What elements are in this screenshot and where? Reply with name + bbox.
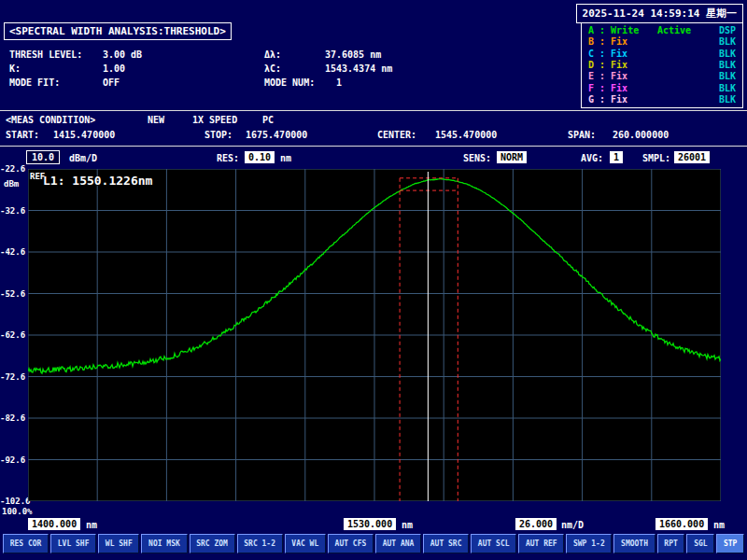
meas-mode-value: NEW: [148, 115, 164, 125]
center-value: 1545.470000: [435, 130, 497, 140]
mode-num-label: MODE NUM:: [264, 77, 315, 88]
trace-row-c[interactable]: C : FixBLK: [588, 49, 736, 60]
trace-name-mode: B : Fix: [588, 36, 657, 48]
trace-display-status: BLK: [719, 49, 736, 60]
softkey-src-zom[interactable]: SRC ZOM: [190, 534, 235, 553]
smpl-label: SMPL:: [642, 153, 670, 163]
x-axis-stop-unit: nm: [713, 520, 725, 530]
k-value: 1.00: [103, 63, 125, 74]
softkey-sgl[interactable]: SGL: [686, 534, 714, 553]
y-tick-label: -82.6: [0, 413, 25, 423]
smpl-field[interactable]: 26001: [674, 151, 710, 163]
trace-row-b[interactable]: B : FixBLK: [588, 36, 736, 48]
softkey-noi-msk[interactable]: NOI MSK: [141, 534, 187, 553]
trace-display-status: BLK: [719, 71, 736, 82]
trace-display-status: BLK: [719, 36, 736, 48]
trace-row-e[interactable]: E : FixBLK: [588, 71, 736, 82]
y-axis-unit-label: dBm: [4, 179, 19, 189]
osa-screen: 2025-11-24 14:59:14 星期一 <SPECTRAL WIDTH …: [0, 0, 747, 560]
mode-num-value: 1: [336, 77, 342, 88]
avg-field[interactable]: 1: [610, 151, 623, 163]
trace-active-flag: [657, 36, 706, 48]
y-tick-label: -102.6: [0, 497, 25, 506]
thresh-level-label: THRESH LEVEL:: [9, 49, 82, 60]
x-axis-stop-field[interactable]: 1660.000: [655, 518, 708, 530]
softkey-aut-cfs[interactable]: AUT CFS: [328, 534, 374, 553]
y-tick-label: -72.6: [0, 372, 25, 382]
trace-name-mode: E : Fix: [588, 71, 657, 82]
separator-line-mid: [0, 146, 747, 147]
softkey-aut-src[interactable]: AUT SRC: [423, 534, 469, 553]
trace-row-a[interactable]: A : WriteActiveDSP: [588, 25, 736, 36]
trace-active-flag: [657, 71, 706, 82]
center-label: CENTER:: [377, 130, 416, 140]
softkey-res-cor[interactable]: RES COR: [3, 534, 49, 553]
y-tick-label: -22.6: [0, 164, 25, 174]
thresh-level-value: 3.00 dB: [103, 49, 142, 60]
softkey-aut-ref[interactable]: AUT REF: [518, 534, 564, 553]
softkey-lvl-shf[interactable]: LVL SHF: [50, 534, 96, 553]
res-label: RES:: [217, 153, 239, 163]
trace-display-status: BLK: [719, 94, 736, 105]
stop-label: STOP:: [204, 130, 233, 140]
trace-row-d[interactable]: D : FixBLK: [588, 60, 736, 71]
softkey-rpt[interactable]: RPT: [657, 534, 685, 553]
y-tick-label: -42.6: [0, 247, 25, 257]
mode-fit-label: MODE FIT:: [9, 77, 60, 88]
span-label: SPAN:: [568, 130, 596, 140]
span-value: 260.000000: [613, 130, 669, 140]
trace-row-f[interactable]: F : FixBLK: [588, 83, 736, 94]
meas-pc-value: PC: [262, 115, 274, 125]
avg-label: AVG:: [581, 153, 603, 163]
softkey-wl-shf[interactable]: WL SHF: [98, 534, 139, 553]
softkey-aut-ana[interactable]: AUT ANA: [375, 534, 421, 553]
trace-name-mode: G : Fix: [588, 94, 657, 105]
x-axis-start-field[interactable]: 1400.000: [28, 518, 80, 530]
lambda-c-value: 1543.4374 nm: [325, 63, 392, 74]
trace-display-status: BLK: [719, 83, 736, 94]
trace-display-status: DSP: [719, 25, 736, 36]
softkey-smooth[interactable]: SMOOTH: [613, 534, 655, 553]
trace-active-flag: Active: [657, 25, 706, 36]
res-field[interactable]: 0.10: [245, 151, 275, 163]
marker-l1-readout: L1: 1550.1226nm: [43, 174, 152, 188]
sens-field[interactable]: NORM: [497, 151, 527, 163]
plot-area: [28, 169, 721, 501]
trace-name-mode: C : Fix: [588, 49, 657, 60]
delta-lambda-value: 37.6085 nm: [325, 49, 381, 60]
trace-row-g[interactable]: G : FixBLK: [588, 94, 736, 105]
softkey-src-1-2[interactable]: SRC 1-2: [237, 534, 283, 553]
datetime-display: 2025-11-24 14:59:14 星期一: [576, 4, 743, 23]
k-label: K:: [9, 63, 21, 74]
meas-condition-label: <MEAS CONDITION>: [6, 115, 95, 125]
level-scale-unit: dBm/D: [69, 153, 97, 163]
trace-active-flag: [657, 83, 706, 94]
y-tick-label: -32.6: [0, 206, 25, 216]
delta-lambda-label: Δλ:: [264, 49, 281, 60]
trace-display-status: BLK: [719, 60, 736, 71]
sens-label: SENS:: [463, 153, 491, 163]
analysis-mode-title: <SPECTRAL WIDTH ANALYSIS:THRESHOLD>: [4, 22, 232, 40]
x-axis-center-field[interactable]: 1530.000: [344, 518, 396, 530]
softkey-swp-1-2[interactable]: SWP 1-2: [566, 534, 612, 553]
stop-value: 1675.470000: [246, 130, 307, 140]
start-value: 1415.470000: [53, 130, 115, 140]
x-axis-scale-field[interactable]: 26.000: [515, 518, 557, 530]
separator-line-top: [0, 110, 747, 111]
softkey-vac-wl[interactable]: VAC WL: [285, 534, 326, 553]
y-tick-label: -62.6: [0, 330, 25, 340]
trace-active-flag: [657, 49, 706, 60]
x-axis-center-unit: nm: [402, 520, 413, 530]
softkey-stp[interactable]: STP: [716, 534, 744, 553]
trace-active-flag: [657, 60, 706, 71]
trace-active-flag: [657, 94, 706, 105]
x-axis-start-unit: nm: [86, 520, 97, 530]
lambda-c-label: λC:: [264, 63, 281, 74]
trace-name-mode: D : Fix: [588, 60, 657, 71]
level-scale-field[interactable]: 10.0: [26, 150, 60, 164]
y-tick-label: -52.6: [0, 289, 25, 299]
softkey-aut-scl[interactable]: AUT SCL: [471, 534, 516, 553]
res-unit: nm: [280, 153, 291, 163]
mode-fit-value: OFF: [103, 77, 120, 88]
softkey-bar: RES CORLVL SHFWL SHFNOI MSKSRC ZOMSRC 1-…: [0, 531, 747, 555]
